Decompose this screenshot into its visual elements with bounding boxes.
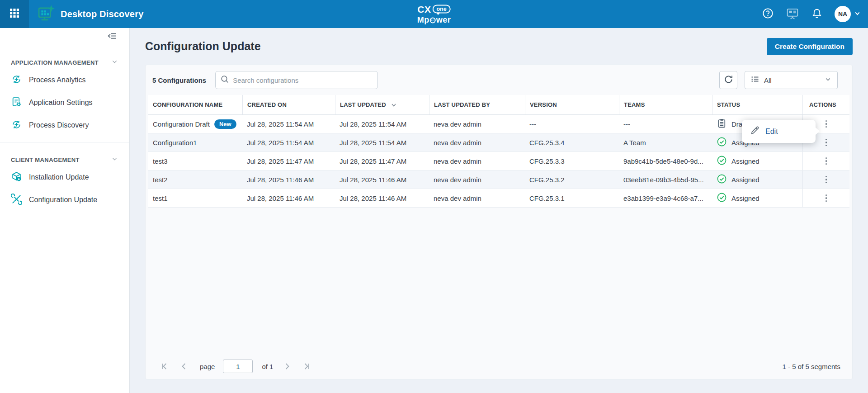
- presentation-icon: [786, 7, 799, 22]
- configurations-count: 5 Configurations: [152, 76, 206, 84]
- sidebar-item-label: Application Settings: [29, 99, 93, 107]
- robot-face-icon: [430, 17, 436, 23]
- created-on-cell: Jul 28, 2025 11:46 AM: [242, 170, 335, 189]
- last-page-button[interactable]: [302, 361, 311, 371]
- sidebar-item-label: Installation Update: [29, 173, 89, 181]
- teams-cell: 03eeb81e-09b3-4b5d-95...: [619, 170, 712, 189]
- pagination-bar: page of 1 1 - 5 of 5 segments: [155, 359, 840, 374]
- first-page-button[interactable]: [160, 361, 169, 371]
- notifications-button[interactable]: [811, 8, 823, 21]
- sidebar-item-installation-update[interactable]: Installation Update: [0, 166, 129, 189]
- sidebar-divider: [0, 45, 129, 45]
- version-cell: CFG.25.3.4: [525, 133, 619, 152]
- column-header-configuration-name[interactable]: CONFIGURATION NAME: [148, 95, 242, 114]
- refresh-button[interactable]: [719, 71, 737, 89]
- refresh-icon: [723, 74, 734, 86]
- column-header-last-updated-by[interactable]: LAST UPDATED BY: [429, 95, 525, 114]
- search-box: [215, 71, 378, 89]
- row-context-menu: Edit: [742, 120, 816, 143]
- grid-icon: [9, 8, 20, 20]
- table-row[interactable]: test1 Jul 28, 2025 11:46 AM Jul 28, 2025…: [148, 189, 849, 208]
- sidebar-item-label: Configuration Update: [29, 196, 97, 204]
- configuration-name: test2: [148, 170, 242, 189]
- table-row[interactable]: test3 Jul 28, 2025 11:47 AM Jul 28, 2025…: [148, 152, 849, 170]
- page-label: page: [200, 363, 215, 370]
- column-header-status[interactable]: STATUS: [712, 95, 802, 114]
- teams-cell: A Team: [619, 133, 712, 152]
- section-client-management[interactable]: CLIENT MANAGEMENT: [0, 153, 129, 166]
- mpower-text-post: wer: [436, 16, 451, 24]
- sort-chevron-icon: [391, 102, 397, 108]
- configuration-update-icon: [11, 194, 22, 207]
- column-header-created-on[interactable]: CREATED ON: [242, 95, 335, 114]
- sidebar-item-configuration-update[interactable]: Configuration Update: [0, 189, 129, 211]
- bell-icon: [811, 8, 823, 21]
- last-updated-by-cell: neva dev admin: [429, 115, 525, 133]
- configurations-table: CONFIGURATION NAME CREATED ON LAST UPDAT…: [148, 95, 849, 208]
- next-page-button[interactable]: [283, 361, 292, 371]
- chevron-down-icon: [111, 155, 118, 165]
- check-circle-icon: [717, 137, 727, 148]
- last-updated-cell: Jul 28, 2025 11:54 AM: [335, 115, 429, 133]
- table-toolbar: 5 Configurations: [146, 65, 852, 95]
- status-label: Assigned: [731, 176, 760, 184]
- chevron-down-icon: [111, 58, 118, 67]
- presentation-button[interactable]: [786, 7, 799, 22]
- sidebar-item-process-discovery[interactable]: Process Discovery: [0, 114, 129, 137]
- row-actions-menu-button[interactable]: [820, 116, 833, 132]
- page-number-input[interactable]: [223, 360, 253, 373]
- column-header-label: LAST UPDATED: [340, 101, 386, 108]
- help-button[interactable]: [762, 7, 774, 21]
- filter-selected-value: All: [764, 76, 820, 84]
- column-header-teams[interactable]: TEAMS: [619, 95, 712, 114]
- last-updated-by-cell: neva dev admin: [429, 133, 525, 152]
- application-settings-icon: [11, 96, 22, 109]
- sidebar-divider: [0, 142, 129, 142]
- user-menu[interactable]: NA: [835, 6, 861, 22]
- create-configuration-button[interactable]: Create Configuration: [767, 38, 853, 55]
- configuration-name: Configuration Draft: [153, 120, 210, 128]
- row-actions-menu-button[interactable]: [820, 153, 833, 169]
- app-launcher-button[interactable]: [0, 0, 29, 28]
- row-actions-menu-button[interactable]: [820, 190, 833, 206]
- sidebar-collapse-button[interactable]: [107, 31, 117, 42]
- section-label: APPLICATION MANAGEMENT: [11, 59, 99, 66]
- topbar-actions: NA: [762, 6, 868, 22]
- check-circle-icon: [717, 174, 727, 185]
- status-cell: Assigned: [712, 152, 802, 170]
- sidebar-item-label: Process Analytics: [29, 76, 85, 84]
- teams-cell: 9ab9c41b-5de5-48e0-9d...: [619, 152, 712, 170]
- top-navigation-bar: Desktop Discovery CX one Mp wer: [0, 0, 868, 28]
- edit-menu-item[interactable]: Edit: [765, 128, 778, 136]
- column-header-version[interactable]: VERSION: [525, 95, 619, 114]
- cx-logo-text: CX: [417, 5, 431, 14]
- desktop-discovery-app: Desktop Discovery CX one Mp wer: [0, 0, 868, 393]
- last-updated-cell: Jul 28, 2025 11:46 AM: [335, 170, 429, 189]
- version-cell: ---: [525, 115, 619, 133]
- row-actions-menu-button[interactable]: [820, 172, 833, 187]
- table-row[interactable]: test2 Jul 28, 2025 11:46 AM Jul 28, 2025…: [148, 170, 849, 189]
- previous-page-button[interactable]: [179, 361, 188, 371]
- one-bubble-text: one: [432, 5, 450, 14]
- teams-cell: e3ab1399-e3a9-4c68-a7...: [619, 189, 712, 207]
- process-discovery-icon: [11, 119, 22, 132]
- configurations-panel: 5 Configurations: [145, 65, 853, 379]
- row-actions-menu-button[interactable]: [820, 135, 833, 150]
- version-cell: CFG.25.3.1: [525, 189, 619, 207]
- main-content: Configuration Update Create Configuratio…: [130, 28, 868, 393]
- created-on-cell: Jul 28, 2025 11:54 AM: [242, 133, 335, 152]
- column-header-last-updated[interactable]: LAST UPDATED: [335, 95, 429, 114]
- cxone-mpower-logo: CX one Mp wer: [417, 5, 451, 24]
- created-on-cell: Jul 28, 2025 11:46 AM: [242, 189, 335, 207]
- pencil-icon: [750, 126, 760, 137]
- sidebar-item-process-analytics[interactable]: Process Analytics: [0, 69, 129, 91]
- sidebar-item-application-settings[interactable]: Application Settings: [0, 91, 129, 114]
- status-filter-dropdown[interactable]: All: [745, 71, 838, 89]
- section-application-management[interactable]: APPLICATION MANAGEMENT: [0, 56, 129, 69]
- last-updated-cell: Jul 28, 2025 11:46 AM: [335, 189, 429, 207]
- new-badge: New: [214, 119, 236, 129]
- mpower-text-pre: Mp: [417, 16, 429, 24]
- clipboard-icon: [717, 118, 727, 130]
- sidebar: APPLICATION MANAGEMENT Process Analytics…: [0, 28, 130, 393]
- search-input[interactable]: [233, 76, 373, 84]
